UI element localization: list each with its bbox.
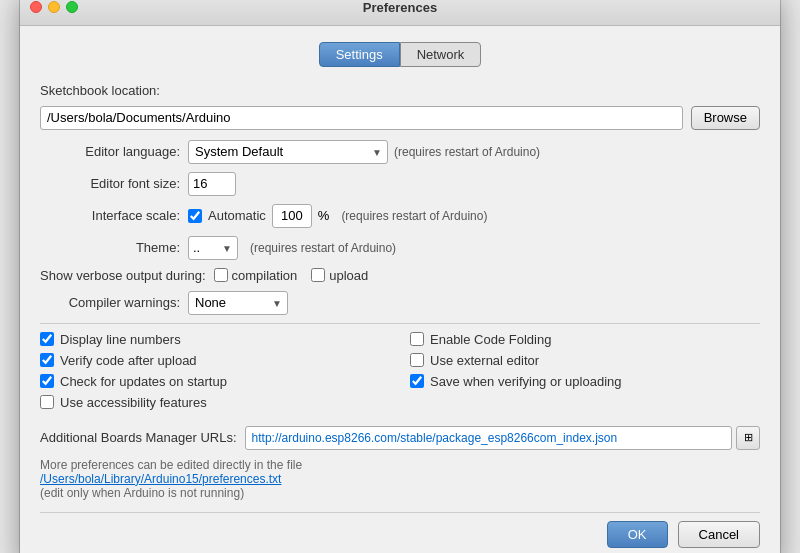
prefs-file-link[interactable]: /Users/bola/Library/Arduino15/preference… (40, 472, 281, 486)
compilation-label: compilation (232, 268, 298, 283)
footer-row: OK Cancel (40, 512, 760, 548)
prefs-hint-line1: More preferences can be edited directly … (40, 458, 760, 472)
automatic-scale-label: Automatic (208, 208, 266, 223)
check-updates-row: Check for updates on startup (40, 374, 390, 389)
display-line-numbers-checkbox[interactable] (40, 332, 54, 346)
content-area: Settings Network Sketchbook location: Br… (20, 26, 780, 554)
editor-font-size-label: Editor font size: (40, 176, 180, 191)
prefs-path-section: More preferences can be edited directly … (40, 458, 760, 500)
traffic-lights (30, 1, 78, 13)
compiler-warnings-select[interactable]: None (188, 291, 288, 315)
additional-urls-label: Additional Boards Manager URLs: (40, 430, 237, 445)
enable-code-folding-row: Enable Code Folding (410, 332, 760, 347)
display-line-numbers-row: Display line numbers (40, 332, 390, 347)
use-external-editor-row: Use external editor (410, 353, 760, 368)
enable-code-folding-checkbox[interactable] (410, 332, 424, 346)
url-edit-icon: ⊞ (744, 431, 753, 444)
use-accessibility-checkbox[interactable] (40, 395, 54, 409)
use-accessibility-label: Use accessibility features (60, 395, 207, 410)
editor-language-hint: (requires restart of Arduino) (394, 145, 540, 159)
sketchbook-input[interactable] (40, 106, 683, 130)
compilation-checkbox[interactable] (214, 268, 228, 282)
tab-settings[interactable]: Settings (319, 42, 400, 67)
browse-button[interactable]: Browse (691, 106, 760, 130)
percent-symbol: % (318, 208, 330, 223)
additional-urls-row: Additional Boards Manager URLs: ⊞ (40, 426, 760, 450)
use-external-editor-label: Use external editor (430, 353, 539, 368)
save-when-verifying-checkbox[interactable] (410, 374, 424, 388)
editor-language-select[interactable]: System Default (188, 140, 388, 164)
check-updates-checkbox[interactable] (40, 374, 54, 388)
verbose-controls: compilation upload (214, 268, 369, 283)
prefs-path: /Users/bola/Library/Arduino15/preference… (40, 472, 760, 486)
maximize-button[interactable] (66, 1, 78, 13)
interface-scale-controls: Automatic % (requires restart of Arduino… (188, 204, 487, 228)
theme-label: Theme: (40, 240, 180, 255)
verify-code-row: Verify code after upload (40, 353, 390, 368)
preferences-window: Preferences Settings Network Sketchbook … (20, 0, 780, 553)
url-edit-button[interactable]: ⊞ (736, 426, 760, 450)
minimize-button[interactable] (48, 1, 60, 13)
close-button[interactable] (30, 1, 42, 13)
checkboxes-grid: Display line numbers Enable Code Folding… (40, 323, 760, 418)
theme-hint: (requires restart of Arduino) (250, 241, 396, 255)
theme-select-wrapper: .. ▼ (188, 236, 238, 260)
interface-scale-hint: (requires restart of Arduino) (341, 209, 487, 223)
interface-scale-label: Interface scale: (40, 208, 180, 223)
theme-select[interactable]: .. (188, 236, 238, 260)
enable-code-folding-label: Enable Code Folding (430, 332, 551, 347)
prefs-hint-line2: (edit only when Arduino is not running) (40, 486, 760, 500)
ok-button[interactable]: OK (607, 521, 668, 548)
verify-code-label: Verify code after upload (60, 353, 197, 368)
verbose-output-label: Show verbose output during: (40, 268, 206, 283)
display-line-numbers-label: Display line numbers (60, 332, 181, 347)
sketchbook-label: Sketchbook location: (40, 83, 160, 98)
cancel-button[interactable]: Cancel (678, 521, 760, 548)
verify-code-checkbox[interactable] (40, 353, 54, 367)
upload-label: upload (329, 268, 368, 283)
tab-bar: Settings Network (40, 42, 760, 67)
editor-language-label: Editor language: (40, 144, 180, 159)
tab-network[interactable]: Network (400, 42, 482, 67)
upload-checkbox[interactable] (311, 268, 325, 282)
scale-value-input[interactable] (272, 204, 312, 228)
titlebar: Preferences (20, 0, 780, 26)
additional-urls-input[interactable] (245, 426, 732, 450)
theme-controls: .. ▼ (requires restart of Arduino) (188, 236, 396, 260)
automatic-scale-checkbox[interactable] (188, 209, 202, 223)
compiler-warnings-label: Compiler warnings: (40, 295, 180, 310)
check-updates-label: Check for updates on startup (60, 374, 227, 389)
save-when-verifying-label: Save when verifying or uploading (430, 374, 622, 389)
use-accessibility-row: Use accessibility features (40, 395, 390, 410)
editor-font-size-input[interactable] (188, 172, 236, 196)
use-external-editor-checkbox[interactable] (410, 353, 424, 367)
save-when-verifying-row: Save when verifying or uploading (410, 374, 760, 389)
compiler-warnings-select-wrapper: None ▼ (188, 291, 288, 315)
editor-language-select-wrapper: System Default ▼ (188, 140, 388, 164)
window-title: Preferences (363, 0, 437, 15)
